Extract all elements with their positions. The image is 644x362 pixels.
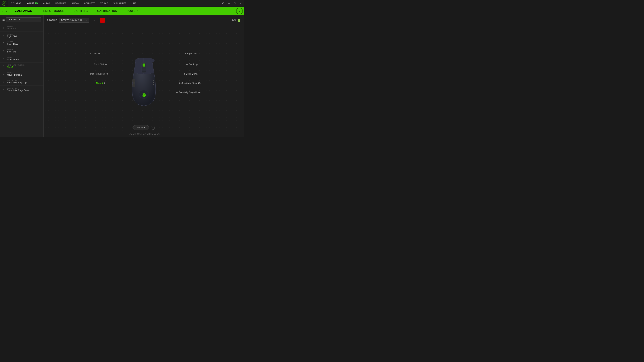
nav-back-arrow[interactable]: ‹ — [1, 9, 4, 13]
profile-dropdown[interactable]: DESKTOP-SMSMPHH-... ▼ — [59, 18, 89, 23]
sidebar-button-1[interactable]: 1MOUSELeft Click — [0, 24, 44, 32]
num5-dot — [104, 82, 105, 84]
sub-nav-tab-customize[interactable]: CUSTOMIZE — [10, 7, 37, 15]
sidebar-button-7[interactable]: 7MOUSEMouse Button 5 — [0, 70, 44, 78]
button-num-1: 1 — [2, 27, 5, 29]
svg-rect-13 — [132, 83, 135, 87]
button-category-6: KEYBOARD FUNCTION — [7, 64, 25, 66]
button-name-1: Left Click — [7, 27, 16, 30]
nav-arrows: ‹ › — [1, 9, 8, 13]
svg-point-14 — [153, 80, 154, 81]
button-name-4: Scroll Up — [7, 50, 16, 53]
title-nav-profiles[interactable]: PROFILES — [53, 0, 69, 6]
button-category-3: MOUSE — [7, 41, 18, 43]
app-logo[interactable]: ⚙ — [0, 0, 8, 7]
scroll-click-dot — [105, 64, 107, 65]
button-info-2: MOUSERight Click — [7, 33, 18, 37]
sidebar-button-9[interactable]: 9SENSITIVITYSensitivity Stage Down — [0, 86, 44, 93]
mouse-btn5-dot — [106, 73, 108, 75]
button-num-3: 3 — [2, 42, 5, 44]
settings-btn[interactable]: ⚙ — [221, 1, 226, 6]
button-category-1: MOUSE — [7, 26, 16, 27]
profile-color-swatch[interactable] — [100, 18, 105, 23]
content-area: PROFILE DESKTOP-SMSMPHH-... ▼ ••• 44% 🔋 … — [44, 15, 244, 137]
num5-text: Num 5 — [96, 82, 103, 84]
button-name-2: Right Click — [7, 35, 18, 37]
svg-point-16 — [153, 84, 154, 85]
maximize-btn[interactable]: □ — [232, 1, 237, 6]
title-nav-hue[interactable]: HUE — [129, 0, 139, 6]
window-controls: ⚙ ─ □ ✕ — [221, 1, 243, 6]
title-nav-audio[interactable]: AUDIO — [40, 0, 53, 6]
sidebar-button-3[interactable]: 3MOUSEScroll Click — [0, 39, 44, 47]
title-nav-synapse[interactable]: SYNAPSE — [8, 0, 24, 6]
sensitivity-up-text: Sensitivity Stage Up — [182, 82, 201, 84]
battery-area: 44% 🔋 — [232, 18, 241, 22]
standard-button[interactable]: Standard — [133, 125, 149, 130]
button-num-2: 2 — [2, 34, 5, 37]
sidebar: ☰ All Buttons ▼ 1MOUSELeft Click2MOUSERi… — [0, 15, 44, 137]
title-nav: SYNAPSEMOUSE2AUDIOPROFILESALEXACONNECTST… — [8, 0, 221, 6]
close-btn[interactable]: ✕ — [238, 1, 243, 6]
label-scroll-down: Scroll Down — [184, 72, 198, 75]
button-name-9: Sensitivity Stage Down — [7, 89, 29, 91]
title-nav-more[interactable]: ... — [139, 0, 146, 6]
scroll-click-text: Scroll Click — [94, 63, 104, 65]
title-nav-studio[interactable]: STUDIO — [98, 0, 111, 6]
button-num-4: 4 — [2, 50, 5, 52]
button-num-8: 8 — [2, 81, 5, 83]
button-category-5: MOUSE — [7, 56, 18, 58]
mouse-image — [129, 57, 159, 104]
hamburger-icon[interactable]: ☰ — [2, 18, 5, 21]
sub-nav-tab-performance[interactable]: PERFORMANCE — [37, 7, 69, 15]
left-click-text: Left Click — [88, 52, 98, 55]
button-info-6: KEYBOARD FUNCTIONNum 5 — [7, 64, 25, 68]
title-nav-alexa[interactable]: ALEXA — [69, 0, 82, 6]
label-right-click: Right Click — [185, 52, 198, 55]
all-buttons-dropdown[interactable]: All Buttons ▼ — [6, 17, 41, 22]
mouse-diagram: Left Click Scroll Click Mouse Button 5 N… — [85, 39, 202, 123]
button-info-1: MOUSELeft Click — [7, 26, 16, 30]
button-name-7: Mouse Button 5 — [7, 73, 22, 76]
mouse-badge: 2 — [35, 2, 38, 4]
device-name: RAZER MAMBA WIRELESS — [128, 133, 160, 135]
sidebar-button-6[interactable]: 6KEYBOARD FUNCTIONNum 5 — [0, 62, 44, 70]
standard-help-icon[interactable]: ? — [150, 126, 155, 130]
svg-rect-5 — [142, 63, 145, 66]
battery-icon: 🔋 — [237, 18, 241, 22]
sub-nav-tab-calibration[interactable]: CALIBRATION — [92, 7, 122, 15]
profile-more-btn[interactable]: ••• — [91, 18, 98, 23]
button-info-4: MOUSEScroll Up — [7, 49, 16, 53]
sidebar-button-5[interactable]: 5MOUSEScroll Down — [0, 55, 44, 62]
sidebar-button-8[interactable]: 8SENSITIVITYSensitivity Stage Up — [0, 78, 44, 86]
scroll-down-text: Scroll Down — [186, 72, 198, 75]
title-bar: ⚙ SYNAPSEMOUSE2AUDIOPROFILESALEXACONNECT… — [0, 0, 244, 7]
button-info-9: SENSITIVITYSensitivity Stage Down — [7, 87, 29, 91]
minimize-btn[interactable]: ─ — [226, 1, 232, 6]
title-nav-mouse[interactable]: MOUSE2 — [24, 0, 40, 6]
svg-rect-12 — [132, 79, 135, 83]
sidebar-button-2[interactable]: 2MOUSERight Click — [0, 32, 44, 39]
svg-text:⚙: ⚙ — [3, 2, 5, 4]
label-sensitivity-down: Sensitivity Stage Down — [176, 91, 201, 93]
button-num-5: 5 — [2, 57, 5, 60]
sub-nav-tab-lighting[interactable]: LIGHTING — [69, 7, 92, 15]
sub-nav-tabs: CUSTOMIZEPERFORMANCELIGHTINGCALIBRATIONP… — [10, 7, 142, 15]
button-name-3: Scroll Click — [7, 43, 18, 45]
nav-forward-arrow[interactable]: › — [5, 9, 8, 13]
sub-nav-tab-power[interactable]: POWER — [122, 7, 142, 15]
title-nav-visualizer[interactable]: VISUALIZER — [111, 0, 129, 6]
button-list: 1MOUSELeft Click2MOUSERight Click3MOUSES… — [0, 24, 44, 137]
button-num-6: 6 — [2, 65, 5, 67]
button-category-8: SENSITIVITY — [7, 80, 26, 81]
button-info-7: MOUSEMouse Button 5 — [7, 72, 22, 76]
title-nav-connect[interactable]: CONNECT — [82, 0, 98, 6]
button-num-7: 7 — [2, 73, 5, 75]
sidebar-header: ☰ All Buttons ▼ — [0, 15, 44, 24]
sidebar-button-4[interactable]: 4MOUSEScroll Up — [0, 47, 44, 55]
battery-percent: 44% — [232, 19, 236, 21]
sensitivity-up-dot — [179, 82, 180, 84]
main-content: ☰ All Buttons ▼ 1MOUSELeft Click2MOUSERi… — [0, 15, 244, 137]
label-scroll-up: Scroll Up — [186, 63, 198, 65]
help-button[interactable]: ? — [236, 8, 243, 14]
